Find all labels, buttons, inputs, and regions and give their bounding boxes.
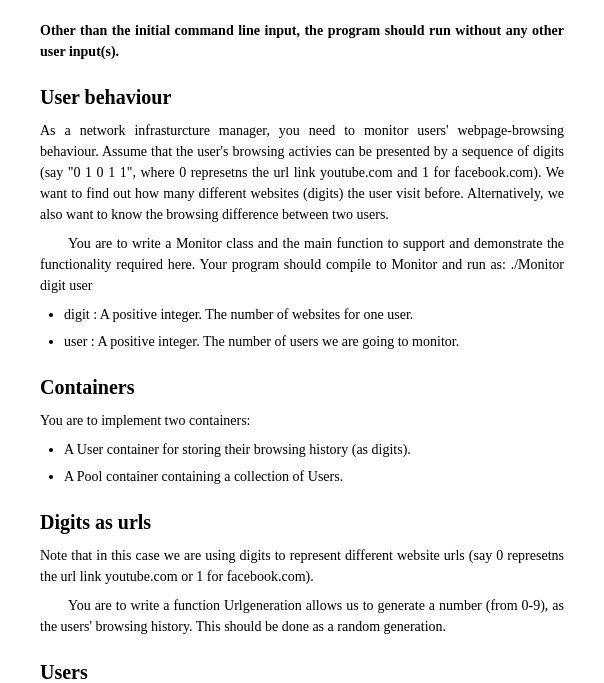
paragraph: You are to write a function Urlgeneratio…	[40, 595, 564, 637]
intro-text: Other than the initial command line inpu…	[40, 20, 564, 62]
paragraph: You are to write a Monitor class and the…	[40, 233, 564, 296]
bullet-list-containers: A User container for storing their brows…	[64, 439, 564, 487]
heading-users: Users	[40, 657, 564, 683]
heading-user-behaviour: User behaviour	[40, 82, 564, 112]
list-item: A User container for storing their brows…	[64, 439, 564, 460]
paragraph: As a network infrasturcture manager, you…	[40, 120, 564, 225]
heading-digits-as-urls: Digits as urls	[40, 507, 564, 537]
paragraph: Note that in this case we are using digi…	[40, 545, 564, 587]
list-item: digit : A positive integer. The number o…	[64, 304, 564, 325]
list-item: A Pool container containing a collection…	[64, 466, 564, 487]
section-users: UsersThis container should be used to st…	[40, 657, 564, 683]
heading-containers: Containers	[40, 372, 564, 402]
section-containers: ContainersYou are to implement two conta…	[40, 372, 564, 487]
section-user-behaviour: User behaviourAs a network infrasturctur…	[40, 82, 564, 352]
list-item: user : A positive integer. The number of…	[64, 331, 564, 352]
section-digits-as-urls: Digits as urlsNote that in this case we …	[40, 507, 564, 637]
bullet-list-user-behaviour: digit : A positive integer. The number o…	[64, 304, 564, 352]
paragraph: You are to implement two containers:	[40, 410, 564, 431]
